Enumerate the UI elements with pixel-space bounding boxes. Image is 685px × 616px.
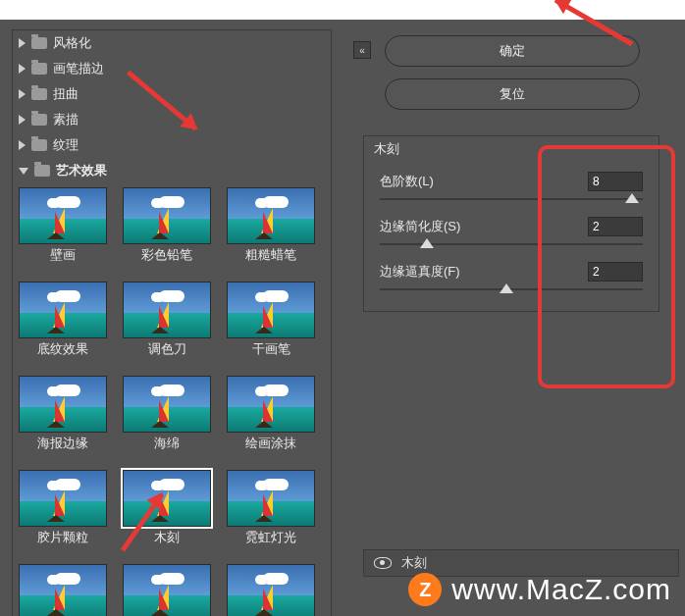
filter-thumb-3[interactable]: 底纹效果 [19,282,107,358]
filter-thumb-4[interactable]: 调色刀 [123,282,211,358]
param-label-simplicity: 边缘简化度(S) [380,218,460,235]
filter-preview [123,564,211,616]
filter-thumb-14[interactable]: 涂抹棒 [227,564,315,616]
folder-icon [31,88,47,100]
filter-thumb-13[interactable]: 塑料包装 [123,564,211,616]
category-row-3[interactable]: 素描 [13,107,331,132]
folder-icon [31,63,47,75]
collapse-button[interactable]: « [353,41,371,59]
category-row-5[interactable]: 艺术效果 [13,158,331,183]
filter-thumb-5[interactable]: 干画笔 [227,282,315,358]
reset-button-label: 复位 [500,85,525,103]
filter-preview [19,376,107,433]
filter-preview [19,187,107,244]
folder-icon [34,165,50,177]
reset-button[interactable]: 复位 [385,78,640,110]
filter-thumb-1[interactable]: 彩色铅笔 [123,187,211,264]
filter-preview [227,470,315,527]
filter-label: 海绵 [154,435,180,452]
filter-preview [227,187,315,244]
param-row-simplicity: 边缘简化度(S) [364,207,659,236]
disclosure-triangle-icon [19,89,26,99]
category-row-2[interactable]: 扭曲 [13,81,331,107]
category-label: 艺术效果 [56,162,107,180]
filter-preview [123,187,211,244]
filter-label: 霓虹灯光 [245,529,296,546]
category-label: 风格化 [53,34,91,52]
filter-label: 底纹效果 [37,340,88,358]
category-label: 素描 [53,111,79,128]
filter-preview [123,470,211,527]
category-label: 纹理 [53,136,79,154]
param-row-fidelity: 边缘逼真度(F) [364,252,659,282]
ok-button[interactable]: 确定 [385,35,640,67]
param-label-fidelity: 边缘逼真度(F) [380,263,460,281]
watermark-badge: Z [408,573,442,606]
param-label-levels: 色阶数(L) [380,173,434,190]
params-title: 木刻 [364,136,659,162]
filter-params-panel: 木刻 色阶数(L) 边缘简化度(S) 边缘逼真度(F) [363,135,659,312]
param-input-fidelity[interactable] [588,262,643,282]
filter-label: 绘画涂抹 [245,435,296,452]
eye-icon[interactable] [374,557,392,569]
filter-label: 木刻 [154,529,180,546]
filter-label: 彩色铅笔 [141,246,192,264]
filter-label: 胶片颗粒 [37,529,88,546]
filter-label: 调色刀 [148,340,186,358]
folder-icon [31,139,47,151]
filter-preview [227,376,315,433]
filter-preview [123,282,211,338]
applied-filter-label: 木刻 [401,554,427,572]
chevron-up-icon: « [359,45,365,56]
filter-thumb-0[interactable]: 壁画 [19,187,107,264]
filter-categories-panel: 风格化画笔描边扭曲素描纹理艺术效果 壁画彩色铅笔粗糙蜡笔底纹效果调色刀干画笔海报… [12,29,332,616]
category-row-0[interactable]: 风格化 [13,30,331,56]
param-input-simplicity[interactable] [588,217,643,236]
filter-label: 海报边缘 [37,435,88,452]
filter-thumb-9[interactable]: 胶片颗粒 [19,470,107,546]
param-slider-simplicity[interactable] [380,238,643,250]
filter-thumb-8[interactable]: 绘画涂抹 [227,376,315,452]
watermark: Z www.MacZ.com [408,573,671,606]
param-row-levels: 色阶数(L) [364,162,659,191]
ok-button-label: 确定 [500,42,525,60]
filter-thumb-6[interactable]: 海报边缘 [19,376,107,452]
param-slider-fidelity[interactable] [380,283,643,295]
disclosure-triangle-icon [19,115,26,125]
category-label: 扭曲 [53,85,79,103]
filter-preview [19,282,107,338]
category-label: 画笔描边 [53,60,104,77]
filter-preview [123,376,211,433]
disclosure-triangle-icon [19,168,28,175]
filter-thumb-7[interactable]: 海绵 [123,376,211,452]
filter-preview [227,564,315,616]
category-row-1[interactable]: 画笔描边 [13,56,331,81]
param-input-levels[interactable] [588,172,643,191]
filter-thumb-2[interactable]: 粗糙蜡笔 [227,187,315,264]
filter-label: 粗糙蜡笔 [245,246,296,264]
filter-label: 干画笔 [252,340,290,358]
filter-thumbnail-grid: 壁画彩色铅笔粗糙蜡笔底纹效果调色刀干画笔海报边缘海绵绘画涂抹胶片颗粒木刻霓虹灯光… [13,183,331,616]
folder-icon [31,37,47,49]
disclosure-triangle-icon [19,140,26,150]
param-slider-levels[interactable] [380,193,643,205]
filter-preview [227,282,315,338]
filter-thumb-10[interactable]: 木刻 [123,470,211,546]
filter-preview [19,564,107,616]
disclosure-triangle-icon [19,64,26,74]
watermark-text: www.MacZ.com [451,573,671,606]
disclosure-triangle-icon [19,38,26,48]
filter-thumb-11[interactable]: 霓虹灯光 [227,470,315,546]
folder-icon [31,114,47,126]
filter-label: 壁画 [50,246,76,264]
category-row-4[interactable]: 纹理 [13,132,331,158]
filter-thumb-12[interactable]: 水彩 [19,564,107,616]
filter-preview [19,470,107,527]
